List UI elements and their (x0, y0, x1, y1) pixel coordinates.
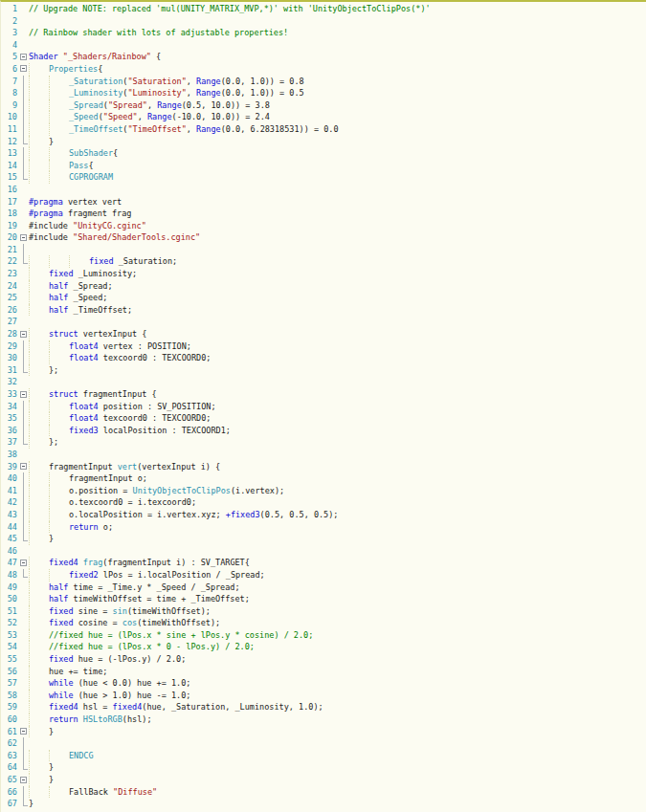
collapse-toggle-icon[interactable] (20, 331, 27, 338)
code-text[interactable] (29, 449, 646, 461)
code-token: } (49, 137, 54, 146)
code-text[interactable]: float4 position : SV_POSITION; (29, 401, 646, 413)
code-text[interactable]: fixed cosine = cos(timeWithOffset); (29, 617, 646, 629)
indent-guide (29, 761, 49, 774)
code-text[interactable]: Shader "_Shaders/Rainbow" { (29, 51, 646, 63)
code-text[interactable]: _Speed("Speed", Range(-10.0, 10.0)) = 2.… (29, 111, 646, 123)
code-text[interactable]: struct vertexInput { (29, 328, 646, 340)
line-number: 57 (1, 677, 18, 690)
code-text[interactable]: #include "Shared/ShaderTools.cginc" (29, 231, 646, 244)
code-text[interactable]: fixed _Saturation; (29, 255, 646, 268)
code-text[interactable]: half _Speed; (29, 292, 646, 304)
code-text[interactable]: fixed sine = sin(timeWithOffset); (29, 605, 646, 618)
code-text[interactable]: } (29, 761, 646, 774)
collapse-toggle-icon[interactable] (20, 54, 27, 60)
code-token: return (49, 714, 78, 724)
outline-margin (18, 136, 29, 148)
code-text[interactable]: Pass{ (29, 160, 646, 172)
collapse-toggle-icon[interactable] (20, 777, 27, 783)
code-token: hsl = (78, 702, 113, 712)
code-line: 9_Spread("Spread", Range(0.5, 10.0)) = 3… (1, 99, 646, 112)
code-text[interactable]: //fixed hue = (lPos.x * sine + lPos.y * … (29, 629, 646, 642)
code-text[interactable]: return o; (29, 521, 646, 534)
code-line: 58while (hue > 1.0) hue -= 1.0; (1, 690, 646, 702)
code-text[interactable]: half timeWithOffset = time + _TimeOffset… (29, 593, 646, 605)
code-text[interactable]: o.position = UnityObjectToClipPos(i.vert… (29, 485, 646, 497)
collapse-toggle-icon[interactable] (20, 463, 27, 470)
code-text[interactable]: } (29, 726, 646, 738)
code-text[interactable]: fixed hue = (-lPos.y) / 2.0; (29, 653, 646, 666)
code-token: "Speed" (103, 112, 138, 121)
code-text[interactable]: Properties{ (29, 63, 646, 76)
code-text[interactable]: hue += time; (29, 666, 646, 678)
code-text[interactable]: }; (29, 364, 646, 377)
code-text[interactable]: } (29, 798, 646, 810)
code-text[interactable]: #pragma fragment frag (29, 208, 646, 220)
code-text[interactable]: SubShader{ (29, 147, 646, 160)
code-text[interactable]: ENDCG (29, 750, 646, 762)
code-text[interactable]: }; (29, 436, 646, 449)
code-text[interactable]: o.localPosition = i.vertex.xyz; +fixed3(… (29, 509, 646, 521)
code-line: 50half timeWithOffset = time + _TimeOffs… (1, 593, 646, 605)
code-text[interactable]: _TimeOffset("TimeOffset", Range(0.0, 6.2… (29, 123, 646, 136)
code-text[interactable]: } (29, 533, 646, 545)
code-text[interactable]: _Luminosity("Luminosity", Range(0.0, 1.0… (29, 87, 646, 99)
collapse-toggle-icon[interactable] (20, 728, 27, 735)
code-text[interactable]: //fixed hue = (lPos.x * 0 - lPos.y) / 2.… (29, 641, 646, 653)
code-text[interactable]: struct fragmentInput { (29, 388, 646, 401)
collapse-toggle-icon[interactable] (20, 391, 27, 398)
outline-region-line (23, 786, 24, 799)
line-number: 3 (1, 27, 18, 39)
code-text[interactable] (29, 184, 646, 196)
code-text[interactable]: fragmentInput vert(vertexInput i) { (29, 461, 646, 473)
code-text[interactable]: fixed3 localPosition : TEXCOORD1; (29, 425, 646, 437)
code-text[interactable]: while (hue > 1.0) hue -= 1.0; (29, 690, 646, 702)
outline-margin (18, 220, 29, 232)
outline-margin (18, 472, 29, 485)
code-text[interactable]: fixed4 frag(fragmentInput i) : SV_TARGET… (29, 557, 646, 569)
code-text[interactable]: // Rainbow shader with lots of adjustabl… (29, 27, 646, 39)
line-number: 53 (1, 629, 18, 642)
code-text[interactable]: half _Spread; (29, 280, 646, 293)
code-token: (0.5, 10.0)) = 3.8 (182, 100, 270, 110)
collapse-toggle-icon[interactable] (20, 234, 27, 241)
code-text[interactable]: fixed4 hsl = fixed4(hue, _Saturation, _L… (29, 701, 646, 713)
code-text[interactable]: float4 texcoord0 : TEXCOORD0; (29, 352, 646, 364)
code-text[interactable] (29, 737, 646, 750)
code-text[interactable]: #include "UnityCG.cginc" (29, 220, 646, 232)
code-text[interactable]: fixed _Luminosity; (29, 268, 646, 280)
code-text[interactable]: while (hue < 0.0) hue += 1.0; (29, 677, 646, 690)
code-text[interactable]: fragmentInput o; (29, 472, 646, 485)
collapse-toggle-icon[interactable] (20, 560, 27, 566)
code-text[interactable]: _Saturation("Saturation", Range(0.0, 1.0… (29, 76, 646, 88)
code-text[interactable]: float4 vertex : POSITION; (29, 340, 646, 353)
code-text[interactable]: o.texcoord0 = i.texcoord0; (29, 496, 646, 509)
code-text[interactable]: half _TimeOffset; (29, 304, 646, 317)
code-text[interactable]: CGPROGRAM (29, 171, 646, 184)
code-text[interactable]: // Upgrade NOTE: replaced 'mul(UNITY_MAT… (29, 3, 646, 15)
outline-margin (18, 147, 29, 160)
code-text[interactable]: #pragma vertex vert (29, 196, 646, 208)
code-line: 54//fixed hue = (lPos.x * 0 - lPos.y) / … (1, 641, 646, 653)
indent-guide (49, 340, 69, 353)
code-text[interactable]: _Spread("Spread", Range(0.5, 10.0)) = 3.… (29, 99, 646, 112)
code-text[interactable]: half time = _Time.y * _Speed / _Spread; (29, 582, 646, 594)
code-text[interactable] (29, 15, 646, 28)
code-line: 32 (1, 376, 646, 388)
code-text[interactable] (29, 39, 646, 52)
code-text[interactable] (29, 244, 646, 256)
collapse-toggle-icon[interactable] (20, 65, 27, 72)
code-text[interactable]: FallBack "Diffuse" (29, 786, 646, 799)
code-token: "UnityCG.cginc" (73, 221, 146, 230)
code-text[interactable]: fixed2 lPos = i.localPosition / _Spread; (29, 569, 646, 582)
code-text[interactable]: } (29, 136, 646, 148)
outline-margin (18, 304, 29, 317)
code-text[interactable]: float4 texcoord0 : TEXCOORD0; (29, 412, 646, 425)
code-text[interactable]: } (29, 774, 646, 786)
code-text[interactable]: return HSLtoRGB(hsl); (29, 713, 646, 726)
code-text[interactable] (29, 545, 646, 558)
line-number: 33 (1, 388, 18, 401)
line-number: 65 (1, 774, 18, 786)
code-text[interactable] (29, 376, 646, 388)
code-text[interactable] (29, 316, 646, 328)
